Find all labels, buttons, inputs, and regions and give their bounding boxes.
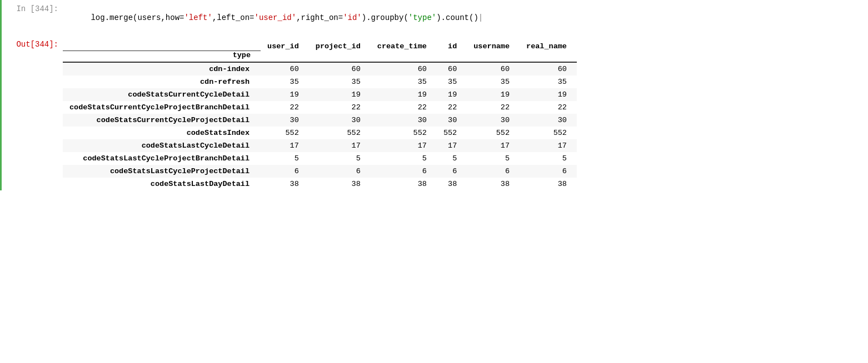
cell-value: 19 xyxy=(309,88,371,101)
cursor: | xyxy=(478,13,483,22)
dataframe-table: user_id project_id create_time id userna… xyxy=(63,40,577,190)
col-create-time: create_time xyxy=(371,40,437,51)
type-label-row: type xyxy=(63,51,577,62)
cell-value: 22 xyxy=(371,101,437,114)
cell-value: 30 xyxy=(261,114,309,127)
input-label: In [344]: xyxy=(2,4,63,13)
cell-value: 552 xyxy=(309,127,371,139)
cell-value: 19 xyxy=(467,88,520,101)
input-area: In [344]: log.merge(users,how='left',lef… xyxy=(2,0,868,36)
cell-value: 6 xyxy=(437,165,467,178)
table-row: codeStatsCurrentCycleDetail191919191919 xyxy=(63,88,577,101)
code-str-id: 'id' xyxy=(343,13,362,22)
row-label: codeStatsLastCycleDetail xyxy=(63,139,261,152)
cell-value: 22 xyxy=(520,101,577,114)
cell-value: 552 xyxy=(520,127,577,139)
table-body: cdn-index606060606060cdn-refresh35353535… xyxy=(63,62,577,190)
cell-value: 38 xyxy=(371,178,437,190)
row-label: codeStatsLastDayDetail xyxy=(63,178,261,190)
code-line: log.merge(users,how='left',left_on='user… xyxy=(63,4,483,31)
cell-value: 6 xyxy=(371,165,437,178)
cell-value: 35 xyxy=(520,75,577,88)
col-project-id: project_id xyxy=(309,40,371,51)
output-content: user_id project_id create_time id userna… xyxy=(63,38,868,190)
col-username: username xyxy=(467,40,520,51)
cell-value: 35 xyxy=(261,75,309,88)
table-row: codeStatsLastDayDetail383838383838 xyxy=(63,178,577,190)
row-label: cdn-refresh xyxy=(63,75,261,88)
cell-value: 552 xyxy=(467,127,520,139)
cell-value: 35 xyxy=(467,75,520,88)
type-col-spacer-3 xyxy=(371,51,437,62)
cell-value: 6 xyxy=(309,165,371,178)
table-row: codeStatsCurrentCycleProjectBranchDetail… xyxy=(63,101,577,114)
code-text-righton: ,right_on= xyxy=(296,13,343,22)
type-col-spacer-6 xyxy=(520,51,577,62)
cell-value: 60 xyxy=(520,62,577,75)
cell-value: 35 xyxy=(309,75,371,88)
table-row: codeStatsLastCycleDetail171717171717 xyxy=(63,139,577,152)
cell-value: 60 xyxy=(371,62,437,75)
col-user-id: user_id xyxy=(261,40,309,51)
type-col-spacer-4 xyxy=(437,51,467,62)
cell-value: 38 xyxy=(520,178,577,190)
cell-value: 19 xyxy=(261,88,309,101)
cell-value: 30 xyxy=(309,114,371,127)
cell-value: 38 xyxy=(309,178,371,190)
row-label: cdn-index xyxy=(63,62,261,75)
cell-value: 5 xyxy=(467,152,520,165)
cell-value: 17 xyxy=(437,139,467,152)
code-text-count: ).count() xyxy=(436,13,478,22)
cell-value: 6 xyxy=(520,165,577,178)
row-label: codeStatsLastCycleProjectDetail xyxy=(63,165,261,178)
cell-value: 17 xyxy=(467,139,520,152)
cell-value: 38 xyxy=(261,178,309,190)
table-row: codeStatsLastCycleProjectBranchDetail555… xyxy=(63,152,577,165)
cell-value: 60 xyxy=(467,62,520,75)
cell-value: 22 xyxy=(467,101,520,114)
code-str-userid: 'user_id' xyxy=(255,13,297,22)
cell-value: 30 xyxy=(371,114,437,127)
code-str-type: 'type' xyxy=(408,13,436,22)
cell-value: 35 xyxy=(371,75,437,88)
code-text-groupby: ).groupby( xyxy=(362,13,408,22)
code-text-lefton: ,left_on= xyxy=(212,13,255,22)
row-label: codeStatsCurrentCycleProjectBranchDetail xyxy=(63,101,261,114)
table-row: codeStatsCurrentCycleProjectDetail303030… xyxy=(63,114,577,127)
cell-value: 17 xyxy=(371,139,437,152)
cell-value: 60 xyxy=(309,62,371,75)
row-label: codeStatsIndex xyxy=(63,127,261,139)
cell-value: 552 xyxy=(371,127,437,139)
table-row: codeStatsLastCycleProjectDetail666666 xyxy=(63,165,577,178)
cell-value: 19 xyxy=(371,88,437,101)
type-col-spacer-1 xyxy=(261,51,309,62)
cell-value: 22 xyxy=(261,101,309,114)
cell-value: 30 xyxy=(467,114,520,127)
cell-value: 22 xyxy=(437,101,467,114)
type-col-spacer-5 xyxy=(467,51,520,62)
cell-value: 30 xyxy=(437,114,467,127)
col-real-name: real_name xyxy=(520,40,577,51)
cell-value: 30 xyxy=(520,114,577,127)
type-col-spacer-2 xyxy=(309,51,371,62)
col-id: id xyxy=(437,40,467,51)
cell-value: 35 xyxy=(437,75,467,88)
cell-value: 60 xyxy=(261,62,309,75)
output-label: Out[344]: xyxy=(2,38,63,49)
cell-value: 19 xyxy=(437,88,467,101)
output-area: Out[344]: user_id project_id create_time… xyxy=(2,36,868,190)
cell-value: 17 xyxy=(261,139,309,152)
cell-value: 60 xyxy=(437,62,467,75)
cell-value: 22 xyxy=(309,101,371,114)
cell-value: 38 xyxy=(467,178,520,190)
cell-value: 19 xyxy=(520,88,577,101)
cell-value: 5 xyxy=(437,152,467,165)
code-str-left: 'left' xyxy=(184,13,212,22)
code-text-log: log xyxy=(91,13,104,22)
row-label: codeStatsCurrentCycleProjectDetail xyxy=(63,114,261,127)
cell-value: 38 xyxy=(437,178,467,190)
row-label: codeStatsCurrentCycleDetail xyxy=(63,88,261,101)
table-row: cdn-refresh353535353535 xyxy=(63,75,577,88)
cell-value: 552 xyxy=(261,127,309,139)
table-row: cdn-index606060606060 xyxy=(63,62,577,75)
